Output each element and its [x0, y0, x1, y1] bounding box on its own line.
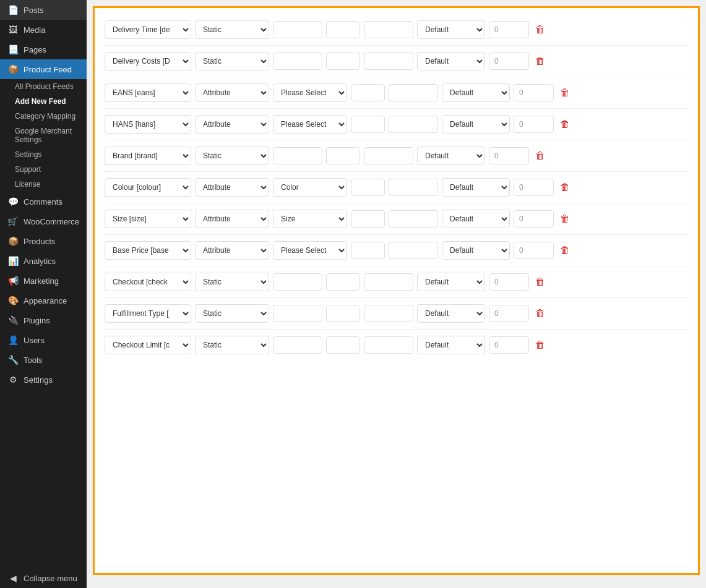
- field-extra1-input[interactable]: [351, 179, 385, 196]
- sidebar-item-marketing[interactable]: 📢 Marketing: [0, 271, 87, 291]
- delete-row-button[interactable]: 🗑: [557, 179, 572, 195]
- submenu-add-new[interactable]: Add New Feed: [0, 94, 87, 109]
- submenu-all-feeds[interactable]: All Product Feeds: [0, 79, 87, 94]
- field-type-select[interactable]: Static Attribute: [195, 304, 269, 323]
- field-attr-select[interactable]: Please Select: [273, 83, 347, 102]
- submenu-category-mapping[interactable]: Category Mapping: [0, 109, 87, 124]
- field-value-input[interactable]: [273, 147, 322, 164]
- field-type-select[interactable]: Static Attribute: [195, 20, 269, 39]
- field-name-select[interactable]: Checkout [check: [105, 273, 191, 291]
- delete-row-button[interactable]: 🗑: [533, 22, 548, 38]
- field-value-input[interactable]: [273, 305, 322, 322]
- submenu-support[interactable]: Support: [0, 162, 87, 177]
- field-name-select[interactable]: Brand [brand]: [105, 147, 191, 165]
- field-extra2-input[interactable]: [389, 116, 438, 133]
- field-default-select[interactable]: Default: [442, 241, 510, 260]
- field-type-select[interactable]: Static Attribute: [195, 210, 269, 228]
- field-attr-select[interactable]: Please Select: [273, 241, 347, 260]
- field-default-select[interactable]: Default: [417, 52, 485, 70]
- field-num-input[interactable]: [489, 305, 529, 322]
- field-value-input[interactable]: [273, 336, 322, 354]
- field-type-select[interactable]: Static Attribute: [195, 52, 269, 70]
- delete-row-button[interactable]: 🗑: [533, 305, 548, 322]
- field-extra2-input[interactable]: [364, 273, 413, 291]
- field-type-select[interactable]: Static Attribute: [195, 178, 269, 197]
- field-default-select[interactable]: Default: [417, 147, 485, 165]
- field-attr-select[interactable]: Please Select: [273, 115, 347, 134]
- field-type-select[interactable]: Static Attribute: [195, 273, 269, 291]
- submenu-google-merchant[interactable]: Google Merchant Settings: [0, 124, 87, 147]
- delete-row-button[interactable]: 🗑: [557, 85, 572, 101]
- field-extra2-input[interactable]: [364, 336, 413, 354]
- sidebar-item-posts[interactable]: 📄 Posts: [0, 0, 87, 20]
- field-extra1-input[interactable]: [326, 53, 360, 70]
- sidebar-item-tools[interactable]: 🔧 Tools: [0, 350, 87, 370]
- delete-row-button[interactable]: 🗑: [557, 116, 572, 132]
- field-extra1-input[interactable]: [351, 116, 385, 133]
- field-name-select[interactable]: Delivery Costs [D: [105, 52, 191, 70]
- field-type-select[interactable]: Static Attribute: [195, 147, 269, 165]
- field-extra2-input[interactable]: [364, 21, 413, 38]
- delete-row-button[interactable]: 🗑: [533, 53, 548, 69]
- field-num-input[interactable]: [514, 210, 554, 228]
- sidebar-item-plugins[interactable]: 🔌 Plugins: [0, 310, 87, 330]
- submenu-license[interactable]: License: [0, 177, 87, 192]
- field-default-select[interactable]: Default: [442, 115, 510, 134]
- sidebar-item-collapse[interactable]: ◀ Collapse menu: [0, 568, 87, 588]
- field-name-select[interactable]: HANS [hans]: [105, 115, 191, 134]
- field-extra1-input[interactable]: [326, 305, 360, 322]
- sidebar-item-comments[interactable]: 💬 Comments: [0, 192, 87, 211]
- field-extra1-input[interactable]: [351, 84, 385, 101]
- field-default-select[interactable]: Default: [417, 273, 485, 291]
- field-default-select[interactable]: Default: [417, 304, 485, 323]
- delete-row-button[interactable]: 🗑: [533, 148, 548, 164]
- field-num-input[interactable]: [489, 21, 529, 38]
- field-value-input[interactable]: [273, 273, 322, 291]
- delete-row-button[interactable]: 🗑: [557, 211, 572, 227]
- sidebar-item-appearance[interactable]: 🎨 Appearance: [0, 291, 87, 310]
- field-name-select[interactable]: Checkout Limit [c: [105, 336, 191, 354]
- field-default-select[interactable]: Default: [417, 20, 485, 39]
- field-default-select[interactable]: Default: [442, 178, 510, 197]
- sidebar-item-analytics[interactable]: 📊 Analytics: [0, 251, 87, 271]
- field-extra2-input[interactable]: [364, 53, 413, 70]
- field-extra1-input[interactable]: [351, 242, 385, 259]
- field-attr-select[interactable]: Color: [273, 178, 347, 197]
- field-name-select[interactable]: Colour [colour]: [105, 178, 191, 197]
- field-value-input[interactable]: [273, 53, 322, 70]
- field-name-select[interactable]: Size [size]: [105, 210, 191, 228]
- field-type-select[interactable]: Static Attribute: [195, 336, 269, 354]
- field-extra1-input[interactable]: [326, 273, 360, 291]
- sidebar-item-settings-main[interactable]: ⚙ Settings: [0, 370, 87, 390]
- sidebar-item-product-feed[interactable]: 📦 Product Feed: [0, 59, 87, 79]
- field-num-input[interactable]: [514, 84, 554, 101]
- field-extra1-input[interactable]: [326, 147, 360, 164]
- field-num-input[interactable]: [489, 147, 529, 164]
- field-num-input[interactable]: [514, 179, 554, 196]
- field-num-input[interactable]: [514, 116, 554, 133]
- sidebar-item-media[interactable]: 🖼 Media: [0, 20, 87, 40]
- field-num-input[interactable]: [489, 53, 529, 70]
- field-name-select[interactable]: Base Price [base: [105, 241, 191, 260]
- field-extra2-input[interactable]: [389, 242, 438, 259]
- field-default-select[interactable]: Default: [442, 83, 510, 102]
- field-type-select[interactable]: Static Attribute: [195, 83, 269, 102]
- sidebar-item-woocommerce[interactable]: 🛒 WooCommerce: [0, 211, 87, 231]
- delete-row-button[interactable]: 🗑: [557, 242, 572, 258]
- field-attr-select[interactable]: Size: [273, 210, 347, 228]
- field-extra2-input[interactable]: [389, 84, 438, 101]
- field-extra1-input[interactable]: [326, 21, 360, 38]
- field-extra1-input[interactable]: [326, 336, 360, 354]
- field-num-input[interactable]: [514, 242, 554, 259]
- delete-row-button[interactable]: 🗑: [533, 337, 548, 353]
- delete-row-button[interactable]: 🗑: [533, 274, 548, 290]
- submenu-settings[interactable]: Settings: [0, 147, 87, 162]
- field-type-select[interactable]: Static Attribute: [195, 241, 269, 260]
- field-type-select[interactable]: Static Attribute: [195, 115, 269, 134]
- field-value-input[interactable]: [273, 21, 322, 38]
- sidebar-item-products[interactable]: 📦 Products: [0, 231, 87, 251]
- field-default-select[interactable]: Default: [417, 336, 485, 354]
- field-extra2-input[interactable]: [364, 147, 413, 164]
- field-default-select[interactable]: Default: [442, 210, 510, 228]
- field-extra2-input[interactable]: [389, 210, 438, 228]
